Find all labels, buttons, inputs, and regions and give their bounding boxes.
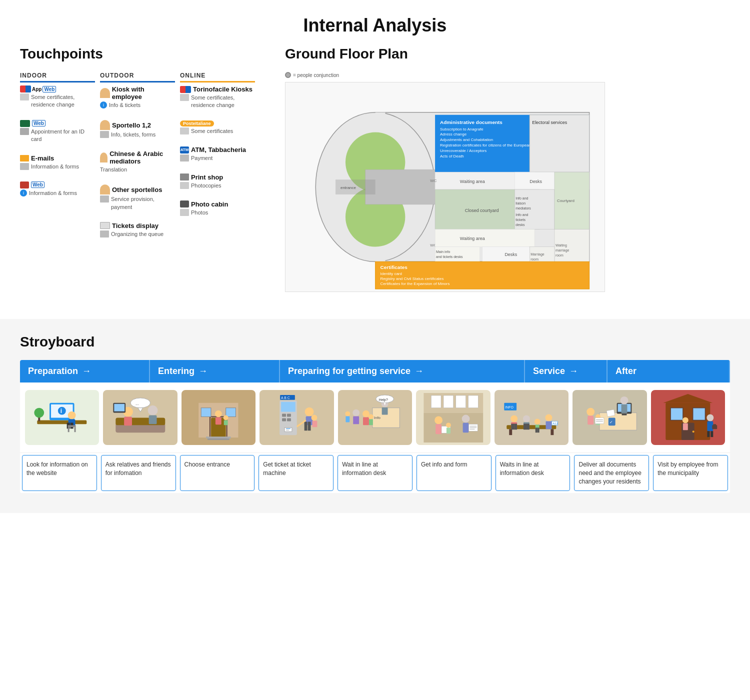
svg-text:room: room	[556, 254, 564, 257]
svg-rect-94	[282, 418, 286, 421]
svg-text:marriage: marriage	[556, 248, 570, 252]
svg-rect-89	[206, 436, 231, 438]
sb-image-3	[182, 390, 256, 445]
tp-item-name: Torinofacile Kiosks	[180, 86, 255, 93]
app-label: App	[32, 86, 42, 92]
sb-image-2: ...	[103, 390, 177, 445]
svg-rect-147	[514, 424, 517, 430]
tp-col-online: ONLINE Torinofacile Kiosks Some certific…	[180, 72, 255, 249]
svg-text:✓: ✓	[610, 420, 613, 424]
svg-text:mediators: mediators	[516, 206, 531, 210]
svg-rect-84	[226, 408, 236, 416]
svg-text:...: ...	[136, 401, 139, 406]
svg-rect-86	[216, 417, 222, 424]
person-icon	[100, 88, 110, 98]
svg-rect-34	[554, 230, 590, 267]
info-icon: i	[20, 190, 27, 196]
svg-rect-114	[363, 417, 369, 425]
web-label: Web	[42, 86, 56, 92]
svg-point-135	[462, 414, 470, 422]
doc-icon	[20, 163, 29, 170]
svg-text:Help?: Help?	[379, 398, 388, 402]
tp-item-torinofacile-kiosks: Torinofacile Kiosks Some certificates, r…	[180, 86, 255, 110]
svg-text:Main info: Main info	[436, 250, 450, 254]
svg-point-75	[130, 398, 150, 408]
mediator-icon	[100, 152, 108, 162]
touchpoints-section: Touchpoints INDOOR App Web Some certific…	[0, 46, 275, 264]
svg-rect-118	[353, 416, 359, 424]
scene-3-svg	[185, 393, 252, 442]
tp-item-name: Sportello 1,2	[100, 120, 175, 130]
svg-text:entrance: entrance	[340, 186, 356, 190]
svg-rect-157	[546, 421, 552, 429]
svg-point-166	[620, 396, 628, 404]
sb-label-1: Look for information on the website	[22, 455, 97, 491]
phase-service: Service →	[525, 360, 608, 382]
svg-rect-186	[712, 425, 717, 429]
svg-text:Waiting area: Waiting area	[460, 236, 485, 241]
arrow-icon: →	[198, 366, 208, 376]
form-icon	[100, 131, 109, 138]
tp-col-outdoor: OUTDOOR Kiosk with employee i Info & tic…	[100, 72, 175, 249]
svg-rect-187	[713, 424, 716, 426]
phase-entering: Entering →	[150, 360, 280, 382]
other-icon	[100, 184, 110, 194]
svg-point-60	[68, 411, 76, 419]
scene-8-svg: ✓	[576, 393, 643, 442]
outdoor-header: OUTDOOR	[100, 72, 175, 82]
tp-item-name: App Web	[20, 86, 95, 92]
tp-item-tickets: Tickets display Organizing the queue	[100, 222, 175, 238]
sb-label-8: Deliver all documents need and the emplo…	[574, 455, 649, 491]
tp-item-name: Photo cabin	[180, 200, 255, 208]
tp-item-poste: PosteItaliane Some certificates	[180, 120, 255, 135]
svg-rect-142	[509, 429, 512, 435]
camera-icon	[180, 200, 189, 208]
svg-rect-189	[710, 431, 713, 437]
scene-7-svg: A12 INFO	[498, 393, 565, 442]
svg-text:Registration certificates for : Registration certificates for citizens o…	[440, 143, 542, 148]
svg-point-117	[352, 409, 360, 416]
cert2-icon	[180, 128, 189, 134]
sb-label-3: Choose entrance	[180, 455, 255, 491]
svg-text:A B C: A B C	[281, 396, 290, 399]
person2-icon	[100, 120, 110, 130]
tp-item-photo: Photo cabin Photos	[180, 200, 255, 216]
svg-rect-131	[436, 424, 442, 434]
phase-preparation: Preparation →	[20, 360, 150, 382]
svg-text:and tickets desks: and tickets desks	[436, 255, 463, 258]
sb-label-9: Visit by employee from the municipality	[653, 455, 728, 491]
tp-item-desc: Payment	[180, 154, 255, 162]
tickets-icon	[100, 222, 110, 229]
svg-rect-70	[116, 418, 165, 425]
svg-rect-143	[550, 429, 554, 435]
tp-col-indoor: INDOOR App Web Some certificates, reside…	[20, 72, 95, 249]
tp-item-desc: Information & forms	[20, 163, 95, 170]
photo-icon	[180, 209, 189, 216]
arrow-icon: →	[569, 366, 578, 376]
sb-image-5: Info	[338, 390, 412, 445]
svg-text:room: room	[530, 258, 538, 261]
svg-text:Info and: Info and	[516, 196, 528, 200]
page-title: Internal Analysis	[0, 0, 750, 46]
tp-item-name: Tickets display	[100, 222, 175, 230]
tp-item-torinofacile: App Web Some certificates, residence cha…	[20, 86, 95, 109]
svg-text:Adress change: Adress change	[440, 132, 467, 136]
poste-icon: PosteItaliane	[180, 120, 214, 126]
svg-rect-128	[468, 395, 478, 408]
indoor-header: INDOOR	[20, 72, 95, 82]
tp-item-name: Chinese & Arabic mediators	[100, 150, 175, 165]
phase-after: After	[608, 360, 730, 382]
floor-plan-svg: Administrative documents Subscription to…	[285, 82, 605, 292]
kiosk-doc-icon	[180, 94, 189, 101]
sb-image-6	[416, 390, 490, 445]
tp-item-name: Web	[20, 182, 95, 188]
svg-text:i: i	[60, 407, 62, 414]
svg-marker-183	[663, 394, 712, 402]
svg-rect-96	[287, 418, 291, 421]
sb-label-4: Get ticket at ticket machine	[258, 455, 334, 491]
svg-text:Info: Info	[374, 416, 381, 420]
tp-item-name: Kiosk with employee	[100, 86, 175, 100]
svg-rect-127	[456, 395, 466, 408]
svg-text:Acts of Death: Acts of Death	[440, 154, 464, 158]
tp-item-ministero: Web Appointment for an ID card	[20, 120, 95, 144]
